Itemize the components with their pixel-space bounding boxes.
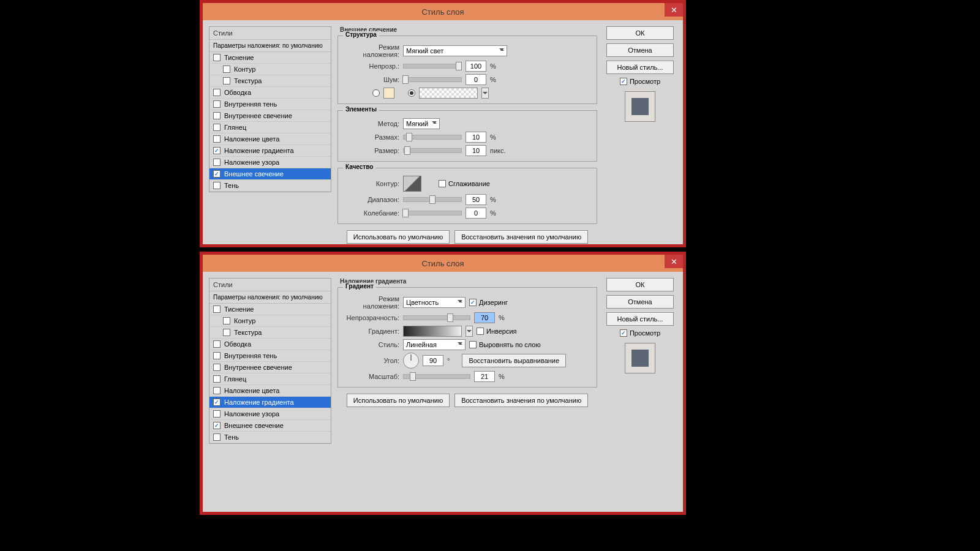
style-checkbox[interactable] [223,317,230,324]
gradient-picker-arrow[interactable] [466,326,473,337]
new-style-button[interactable]: Новый стиль... [606,61,674,74]
style-item-внутренняя-тень[interactable]: Внутренняя тень [209,350,331,362]
style-item-наложение-цвета[interactable]: Наложение цвета [209,385,331,397]
noise-slider[interactable] [403,77,462,82]
jitter-input[interactable]: 0 [466,208,486,219]
style-checkbox[interactable] [213,352,221,359]
range-slider[interactable] [403,197,462,202]
style-item-тень[interactable]: Тень [209,432,331,443]
angle-input[interactable]: 90 [423,355,443,366]
style-checkbox[interactable] [213,170,221,178]
scale-slider[interactable] [403,374,470,379]
style-dropdown[interactable]: Линейная [403,339,466,350]
technique-dropdown[interactable]: Мягкий [403,118,440,129]
new-style-button[interactable]: Новый стиль... [606,312,674,326]
styles-sub[interactable]: Параметры наложения: по умолчанию [209,40,331,52]
color-source-radio-gradient[interactable] [408,89,415,97]
jitter-slider[interactable] [403,211,462,216]
style-item-наложение-узора[interactable]: Наложение узора [209,408,331,420]
style-checkbox[interactable] [223,329,230,336]
reset-default-button[interactable]: Восстановить значения по умолчанию [454,230,588,244]
style-item-обводка[interactable]: Обводка [209,87,331,99]
invert-checkbox[interactable]: Инверсия [477,328,517,335]
antialias-checkbox[interactable]: Сглаживание [439,180,490,187]
style-checkbox[interactable] [213,340,221,348]
style-item-тиснение[interactable]: Тиснение [209,52,331,64]
style-checkbox[interactable] [213,100,221,108]
style-checkbox[interactable] [213,433,221,441]
style-checkbox[interactable] [213,54,221,61]
reset-default-button[interactable]: Восстановить значения по умолчанию [454,394,588,407]
style-item-наложение-узора[interactable]: Наложение узора [209,157,331,168]
style-item-тень[interactable]: Тень [209,180,331,192]
style-checkbox[interactable] [213,410,221,418]
style-item-глянец[interactable]: Глянец [209,373,331,385]
make-default-button[interactable]: Использовать по умолчанию [347,230,450,244]
glow-color-swatch[interactable] [383,88,394,99]
style-item-внутреннее-свечение[interactable]: Внутреннее свечение [209,362,331,373]
opacity-input[interactable]: 100 [466,61,486,72]
style-item-контур[interactable]: Контур [209,64,331,75]
cancel-button[interactable]: Отмена [606,295,674,309]
blend-mode-dropdown[interactable]: Цветность [403,297,466,308]
gradient-preview[interactable] [403,326,462,337]
close-button[interactable]: ✕ [665,3,683,17]
style-item-глянец[interactable]: Глянец [209,122,331,133]
style-item-текстура[interactable]: Текстура [209,75,331,87]
style-item-наложение-градиента[interactable]: Наложение градиента [209,397,331,408]
close-button[interactable]: ✕ [665,255,683,268]
size-slider[interactable] [403,148,462,153]
style-checkbox[interactable] [213,305,221,313]
style-checkbox[interactable] [213,147,221,154]
opacity-slider[interactable] [403,315,470,320]
cancel-button[interactable]: Отмена [606,43,674,57]
style-item-внешнее-свечение[interactable]: Внешнее свечение [209,168,331,180]
ok-button[interactable]: ОК [606,278,674,291]
style-checkbox[interactable] [223,66,230,73]
make-default-button[interactable]: Использовать по умолчанию [347,394,450,407]
style-item-обводка[interactable]: Обводка [209,339,331,350]
style-checkbox[interactable] [213,364,221,371]
contour-picker[interactable] [403,176,421,192]
style-checkbox[interactable] [213,399,221,406]
spread-input[interactable]: 10 [466,132,486,143]
glow-gradient-preview[interactable] [419,88,478,99]
style-item-внешнее-свечение[interactable]: Внешнее свечение [209,420,331,432]
color-source-radio-solid[interactable] [372,89,380,97]
titlebar[interactable]: Стиль слоя ✕ [203,255,683,272]
style-item-контур[interactable]: Контур [209,315,331,327]
spread-slider[interactable] [403,135,462,140]
style-item-внутренняя-тень[interactable]: Внутренняя тень [209,99,331,110]
style-item-наложение-градиента[interactable]: Наложение градиента [209,145,331,157]
style-item-наложение-цвета[interactable]: Наложение цвета [209,133,331,145]
blend-mode-dropdown[interactable]: Мягкий свет [403,45,507,56]
scale-input[interactable]: 21 [474,371,495,382]
align-checkbox[interactable]: Выровнять по слою [469,341,541,348]
opacity-input[interactable]: 70 [474,312,495,323]
style-checkbox[interactable] [213,422,221,429]
style-item-тиснение[interactable]: Тиснение [209,304,331,315]
style-checkbox[interactable] [213,387,221,394]
style-checkbox[interactable] [213,375,221,383]
style-item-текстура[interactable]: Текстура [209,327,331,339]
style-checkbox[interactable] [213,89,221,96]
gradient-picker-arrow[interactable] [481,88,489,99]
ok-button[interactable]: ОК [606,26,674,40]
dither-checkbox[interactable]: Дизеринг [469,299,508,306]
preview-checkbox[interactable]: Просмотр [620,78,660,85]
titlebar[interactable]: Стиль слоя ✕ [203,3,683,20]
noise-input[interactable]: 0 [466,74,486,85]
preview-checkbox[interactable]: Просмотр [620,329,660,337]
style-checkbox[interactable] [223,77,230,84]
styles-sub[interactable]: Параметры наложения: по умолчанию [209,291,331,304]
style-checkbox[interactable] [213,124,221,131]
style-checkbox[interactable] [213,159,221,166]
opacity-slider[interactable] [403,64,462,69]
style-checkbox[interactable] [213,182,221,189]
style-checkbox[interactable] [213,112,221,119]
angle-dial[interactable] [403,353,419,369]
style-checkbox[interactable] [213,135,221,143]
size-input[interactable]: 10 [466,145,486,156]
reset-alignment-button[interactable]: Восстановить выравнивание [462,354,566,367]
style-item-внутреннее-свечение[interactable]: Внутреннее свечение [209,110,331,122]
